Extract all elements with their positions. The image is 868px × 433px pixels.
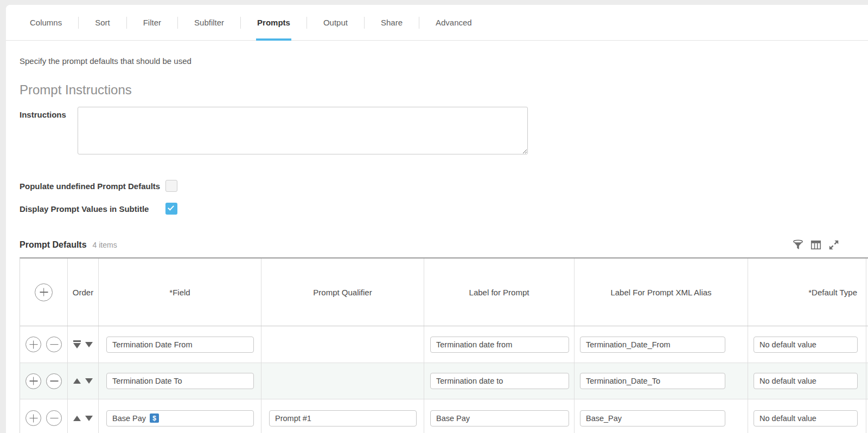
field-value: Base Pay: [112, 414, 146, 423]
column-header-field: *Field: [99, 258, 261, 326]
move-down-icon[interactable]: [85, 342, 93, 347]
label-for-prompt-input[interactable]: [430, 410, 569, 426]
remove-row-button[interactable]: [46, 373, 62, 389]
report-editor-card: Columns Sort Filter Subfilter Prompts Ou…: [6, 5, 868, 433]
table-header-row: Order *Field Prompt Qualifier Label for …: [20, 258, 868, 326]
move-up-icon[interactable]: [73, 378, 81, 384]
move-down-icon[interactable]: [85, 416, 93, 421]
checkmark-icon: [168, 204, 174, 210]
column-settings-icon[interactable]: [810, 239, 822, 251]
move-to-bottom-icon[interactable]: [73, 340, 81, 348]
tab-share[interactable]: Share: [365, 5, 419, 41]
field-input[interactable]: [106, 337, 254, 353]
prompt-instructions-heading: Prompt Instructions: [20, 82, 868, 98]
grid-title: Prompt Defaults: [20, 240, 87, 250]
populate-defaults-checkbox[interactable]: [165, 180, 177, 192]
tab-filter[interactable]: Filter: [127, 5, 177, 41]
grid-item-count: 4 items: [93, 241, 117, 249]
label-for-prompt-input[interactable]: [430, 373, 569, 389]
column-header-default-type: *Default Type: [748, 258, 866, 326]
column-header-xml-alias: Label For Prompt XML Alias: [575, 258, 748, 326]
prompt-defaults-table: Order *Field Prompt Qualifier Label for …: [20, 257, 868, 433]
move-up-icon[interactable]: [73, 416, 81, 421]
tab-advanced[interactable]: Advanced: [419, 5, 488, 41]
column-header-order: Order: [68, 258, 99, 326]
add-row-button[interactable]: [25, 337, 41, 352]
filter-icon[interactable]: [792, 239, 804, 251]
table-row: [20, 326, 868, 363]
column-header-label-for-prompt: Label for Prompt: [424, 258, 575, 326]
currency-icon[interactable]: $: [150, 413, 159, 423]
prompt-qualifier-input[interactable]: [269, 410, 417, 426]
move-down-icon[interactable]: [85, 378, 93, 384]
intro-text: Specify the prompt defaults that should …: [20, 56, 868, 66]
tab-bar: Columns Sort Filter Subfilter Prompts Ou…: [6, 5, 868, 41]
tab-subfilter[interactable]: Subfilter: [178, 5, 240, 41]
tab-prompts[interactable]: Prompts: [241, 5, 307, 41]
add-row-header-button[interactable]: [35, 283, 53, 301]
tab-sort[interactable]: Sort: [79, 5, 126, 41]
display-values-label: Display Prompt Values in Subtitle: [20, 204, 165, 214]
tab-output[interactable]: Output: [307, 5, 364, 41]
column-header-prompt-qualifier: Prompt Qualifier: [261, 258, 424, 326]
field-input[interactable]: Base Pay $: [106, 410, 254, 426]
prompt-qualifier-cell: [261, 363, 424, 399]
populate-defaults-label: Populate undefined Prompt Defaults: [20, 182, 165, 191]
default-type-input[interactable]: [754, 373, 858, 389]
add-row-button[interactable]: [25, 410, 41, 426]
default-type-input[interactable]: [754, 337, 858, 353]
remove-row-button[interactable]: [46, 410, 62, 426]
table-row: Base Pay $: [20, 399, 868, 433]
add-row-button[interactable]: [25, 373, 41, 389]
instructions-textarea[interactable]: [78, 107, 528, 154]
label-for-prompt-input[interactable]: [430, 337, 569, 353]
display-values-checkbox[interactable]: [165, 203, 177, 215]
xml-alias-input[interactable]: [580, 410, 725, 426]
field-input[interactable]: [106, 373, 254, 389]
expand-icon[interactable]: [828, 239, 840, 251]
remove-row-button[interactable]: [46, 337, 62, 352]
xml-alias-input[interactable]: [580, 373, 725, 389]
default-type-input[interactable]: [754, 410, 858, 426]
prompt-qualifier-cell: [261, 326, 424, 363]
xml-alias-input[interactable]: [580, 337, 725, 353]
table-row: [20, 363, 868, 399]
tab-columns[interactable]: Columns: [14, 5, 78, 41]
instructions-label: Instructions: [20, 107, 78, 154]
